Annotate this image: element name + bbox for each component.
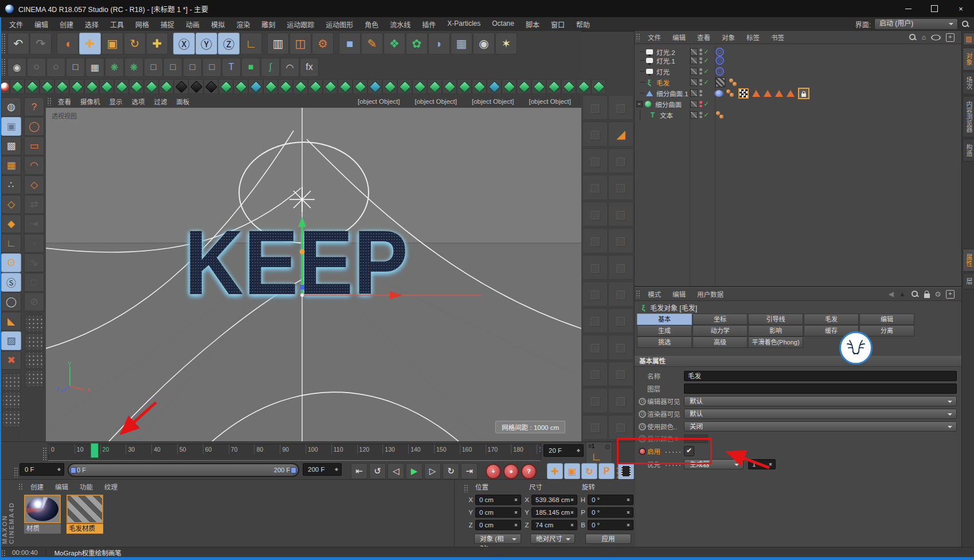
coordinate-field[interactable]: 74 cm <box>531 520 577 530</box>
xparticles-icon[interactable] <box>233 79 248 94</box>
maximize-button[interactable] <box>921 0 948 17</box>
toolbar-icon[interactable]: ▥ <box>267 33 289 54</box>
toolbar-icon[interactable]: ∟ <box>240 33 262 54</box>
toolbar-icon[interactable]: ▦ <box>85 58 104 77</box>
toolbar-icon[interactable]: ▦ <box>451 33 472 54</box>
toolbar-icon[interactable]: ◠ <box>280 58 299 77</box>
menu-item[interactable]: 工具 <box>104 19 130 29</box>
visibility-dots[interactable] <box>699 79 702 85</box>
palette-dots-icon[interactable] <box>25 370 44 387</box>
xparticles-icon[interactable] <box>204 79 218 94</box>
phong-tag-icon[interactable] <box>726 89 735 97</box>
enabled-check-icon[interactable]: ✓ <box>704 111 709 119</box>
palette-icon[interactable] <box>608 148 633 173</box>
toolbar-icon[interactable]: ◠ <box>24 156 44 175</box>
timeline-tick[interactable]: 170 <box>486 444 511 454</box>
timeline-tick[interactable]: 190 <box>537 444 541 454</box>
toolbar-icon[interactable]: ▩ <box>1 136 21 155</box>
transport-button[interactable]: ↻ <box>443 463 459 479</box>
toolbar-icon[interactable]: ⇄ <box>24 195 44 214</box>
playhead[interactable] <box>91 443 99 458</box>
toolbar-icon[interactable]: ▫ <box>24 234 44 253</box>
search-icon[interactable] <box>961 20 969 28</box>
toolbar-icon[interactable]: ◆ <box>1 214 21 233</box>
layout-icon[interactable]: ▨ <box>963 33 974 45</box>
toolbar-icon[interactable]: Ⓧ <box>173 33 195 54</box>
lock-icon[interactable] <box>924 293 930 298</box>
object-name[interactable]: 灯光.1 <box>656 56 675 65</box>
xparticles-icon[interactable] <box>248 79 263 94</box>
palette-dots-icon[interactable] <box>2 410 21 427</box>
palette-icon[interactable] <box>608 255 633 280</box>
object-row[interactable]: ξ 毛发 ✓ <box>635 77 961 88</box>
toolbar-icon[interactable]: ◇ <box>1 195 21 214</box>
start-frame-field[interactable]: 0 F <box>19 463 64 476</box>
palette-icon[interactable] <box>608 122 633 146</box>
coords-mode-dropdown[interactable]: 对象 (相对) <box>474 534 521 544</box>
attribute-tab[interactable]: 引导线 <box>748 314 803 325</box>
palette-icon[interactable] <box>582 228 608 253</box>
toolbar-icon[interactable]: ʃ <box>261 58 280 77</box>
attribute-tab[interactable]: 坐标 <box>693 314 748 325</box>
palette-icon[interactable] <box>608 308 633 333</box>
toolbar-icon[interactable]: T <box>222 58 241 77</box>
xparticles-icon[interactable] <box>69 79 84 94</box>
timeline-tick[interactable]: 150 <box>434 444 460 454</box>
panel-side-tab[interactable]: 对象 <box>963 48 974 71</box>
menu-item[interactable]: 模拟 <box>205 19 230 29</box>
menu-item[interactable]: 显示 <box>105 97 127 106</box>
toolbar-icon[interactable]: ? <box>24 97 44 116</box>
toolbar-icon[interactable]: ⇘ <box>24 253 44 272</box>
menu-item[interactable]: 选择 <box>79 19 104 29</box>
range-handle[interactable] <box>71 467 76 473</box>
filter-icon[interactable] <box>931 34 941 40</box>
timeline-tick[interactable]: 120 <box>357 444 383 454</box>
xparticles-icon[interactable] <box>144 79 159 94</box>
transport-button[interactable]: ↺ <box>369 463 386 479</box>
viewport-canvas[interactable]: 透视视图 KEEP KEEP <box>46 108 581 441</box>
attribute-tab[interactable]: 挑选 <box>637 336 692 348</box>
current-frame-field[interactable]: 20 F <box>543 444 584 457</box>
toolbar-icon[interactable]: ✚ <box>146 33 168 54</box>
menu-item[interactable]: 编辑 <box>667 33 691 42</box>
use-color-dropdown[interactable]: 关闭 <box>684 421 957 432</box>
xparticles-icon[interactable] <box>382 79 397 94</box>
xparticles-icon[interactable] <box>323 79 338 94</box>
menu-item[interactable]: 创建 <box>25 482 49 491</box>
history-icon[interactable]: ⊙ <box>935 290 941 298</box>
xparticles-icon[interactable] <box>278 79 293 94</box>
timeline-grip[interactable] <box>42 447 48 461</box>
panel-grip[interactable] <box>18 483 24 490</box>
search-icon[interactable] <box>909 33 917 41</box>
palette-icon[interactable] <box>608 95 633 120</box>
toolbar-icon[interactable]: ▦ <box>1 156 21 175</box>
toolbar-icon[interactable]: ■ <box>339 33 361 54</box>
visibility-dots[interactable] <box>699 90 702 96</box>
search-icon[interactable] <box>911 290 919 298</box>
visibility-dots[interactable] <box>699 101 702 107</box>
timeline-tick[interactable]: 50 <box>177 444 203 454</box>
menu-item[interactable]: 网格 <box>130 19 155 29</box>
visibility-dots[interactable] <box>699 68 702 75</box>
timeline-ruler[interactable]: 0102030405060708090100110120130140150160… <box>48 444 541 461</box>
add-icon[interactable]: + <box>946 33 955 42</box>
palette-dots-icon[interactable] <box>25 315 44 332</box>
dock-icon[interactable]: ◀ <box>889 290 894 298</box>
palette-icon[interactable] <box>608 335 633 359</box>
keying-toggle[interactable]: P <box>599 463 615 479</box>
record-button[interactable]: ? <box>521 464 537 479</box>
object-row[interactable]: 灯光 ✓ <box>635 66 961 77</box>
menu-item[interactable]: 查看 <box>691 33 716 42</box>
palette-icon[interactable] <box>582 202 608 226</box>
attribute-tab[interactable]: 动力学 <box>693 325 748 336</box>
xparticles-icon[interactable] <box>427 79 442 94</box>
coordinate-field[interactable]: 539.368 cm <box>531 495 577 505</box>
xparticles-icon[interactable] <box>517 79 531 94</box>
object-row[interactable]: 细分曲面 ✓ <box>635 99 961 109</box>
menu-item[interactable]: 对象 <box>716 33 741 42</box>
toolbar-icon[interactable]: ▣ <box>101 33 123 54</box>
layer-field[interactable] <box>684 383 957 394</box>
object-name[interactable]: 灯光 <box>656 67 670 76</box>
toolbar-icon[interactable]: ↻ <box>124 33 146 54</box>
toolbar-icon[interactable]: ◖ <box>57 33 79 54</box>
